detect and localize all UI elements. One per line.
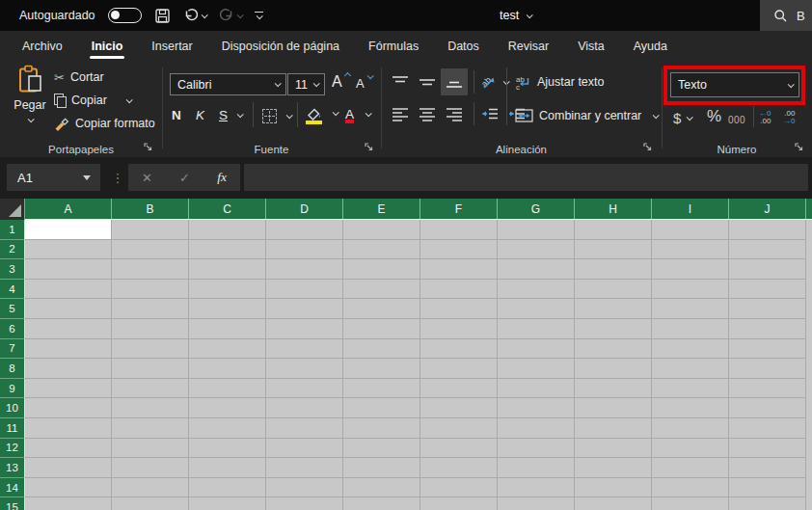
cell-C15[interactable] (189, 497, 266, 510)
align-top-button[interactable] (387, 68, 414, 95)
format-painter-button[interactable]: Copiar formato (54, 113, 155, 134)
cell-F1[interactable] (420, 220, 498, 240)
cell-A8[interactable] (25, 359, 112, 379)
cell-A14[interactable] (25, 478, 112, 498)
row-header-14[interactable]: 14 (0, 478, 25, 498)
column-header-D[interactable]: D (266, 199, 343, 220)
cell-J3[interactable] (729, 259, 806, 280)
cell-H14[interactable] (575, 478, 652, 498)
cell-A9[interactable] (25, 379, 112, 399)
increase-font-size-button[interactable]: A (332, 73, 342, 91)
tab-insertar[interactable]: Insertar (137, 31, 206, 62)
cell-J12[interactable] (729, 439, 806, 459)
cell-D3[interactable] (266, 259, 343, 280)
clipboard-dialog-launcher[interactable] (143, 142, 154, 153)
cell-I3[interactable] (652, 259, 729, 280)
name-box[interactable]: A1 (7, 164, 100, 191)
cell-A10[interactable] (25, 398, 112, 418)
cell-F11[interactable] (420, 418, 498, 439)
cell-D1[interactable] (266, 220, 343, 240)
cell-J4[interactable] (729, 280, 806, 300)
cell-F6[interactable] (420, 319, 498, 339)
cell-B4[interactable] (112, 280, 189, 300)
cell-I1[interactable] (652, 220, 729, 240)
cell-J6[interactable] (729, 319, 806, 339)
cell-E9[interactable] (343, 379, 420, 399)
cell-J11[interactable] (729, 418, 806, 439)
tab-revisar[interactable]: Revisar (494, 31, 563, 62)
cell-B8[interactable] (112, 359, 189, 379)
cell-H4[interactable] (575, 280, 652, 300)
cell-G15[interactable] (498, 497, 575, 510)
cell-H1[interactable] (575, 220, 652, 240)
cell-F8[interactable] (420, 359, 498, 379)
cell-I11[interactable] (652, 418, 729, 439)
cell-G8[interactable] (498, 359, 575, 379)
cell-H11[interactable] (575, 418, 652, 439)
alignment-dialog-launcher[interactable] (642, 142, 654, 153)
cell-E8[interactable] (343, 359, 420, 379)
cell-A12[interactable] (25, 439, 112, 459)
row-header-1[interactable]: 1 (0, 220, 25, 240)
cell-C14[interactable] (189, 478, 266, 498)
cell-I8[interactable] (652, 359, 729, 379)
cell-B15[interactable] (112, 497, 189, 510)
cell-F9[interactable] (420, 379, 498, 399)
cell-G5[interactable] (498, 299, 575, 319)
cell-H8[interactable] (575, 359, 652, 379)
cell-C12[interactable] (189, 439, 266, 459)
cell-C6[interactable] (189, 319, 266, 339)
row-header-5[interactable]: 5 (0, 299, 25, 319)
cell-J14[interactable] (729, 478, 806, 498)
cell-E11[interactable] (343, 418, 420, 439)
paste-button[interactable]: Pegar (8, 65, 52, 140)
cell-A6[interactable] (25, 319, 112, 339)
cell-C7[interactable] (189, 339, 266, 360)
increase-decimal-button[interactable]: ←0 .00 (759, 107, 771, 128)
cell-G14[interactable] (498, 478, 575, 498)
row-header-12[interactable]: 12 (0, 439, 25, 459)
formula-bar-options[interactable]: ⋮ (111, 164, 124, 191)
cell-H3[interactable] (575, 259, 652, 280)
row-header-11[interactable]: 11 (0, 418, 25, 439)
cell-D4[interactable] (266, 280, 343, 300)
cell-G11[interactable] (498, 418, 575, 439)
row-header-15[interactable]: 15 (0, 497, 25, 510)
cell-J2[interactable] (729, 240, 806, 260)
cell-F10[interactable] (420, 398, 498, 418)
column-header-J[interactable]: J (729, 199, 806, 220)
cell-I4[interactable] (652, 280, 729, 300)
cell-B2[interactable] (112, 240, 189, 260)
row-header-10[interactable]: 10 (0, 398, 25, 418)
cell-I5[interactable] (652, 299, 729, 319)
cell-G4[interactable] (498, 280, 575, 300)
search-box[interactable]: B (760, 0, 812, 31)
cell-D11[interactable] (266, 418, 343, 439)
cell-C1[interactable] (189, 220, 266, 240)
cell-H10[interactable] (575, 398, 652, 418)
cell-I9[interactable] (652, 379, 729, 399)
cell-J5[interactable] (729, 299, 806, 319)
underline-button[interactable]: S (219, 104, 242, 125)
column-header-C[interactable]: C (189, 199, 266, 220)
tab-ayuda[interactable]: Ayuda (619, 31, 682, 62)
cell-B14[interactable] (112, 478, 189, 498)
decrease-decimal-button[interactable]: .00 →0 (783, 107, 795, 128)
cell-A13[interactable] (25, 458, 112, 478)
align-center-button[interactable] (414, 100, 441, 127)
tab-inicio[interactable]: Inicio (77, 31, 138, 62)
cell-F5[interactable] (420, 299, 498, 319)
number-format-combobox[interactable]: Texto (670, 72, 799, 97)
align-bottom-button[interactable] (441, 68, 468, 95)
cell-H12[interactable] (575, 439, 652, 459)
cell-E12[interactable] (343, 439, 420, 459)
column-header-A[interactable]: A (25, 199, 112, 220)
cell-C8[interactable] (189, 359, 266, 379)
percent-format-button[interactable]: % (707, 106, 721, 127)
cell-B10[interactable] (112, 398, 189, 418)
cell-H5[interactable] (575, 299, 652, 319)
cell-B5[interactable] (112, 299, 189, 319)
cell-I10[interactable] (652, 398, 729, 418)
cell-E14[interactable] (343, 478, 420, 498)
borders-button[interactable] (262, 105, 291, 126)
